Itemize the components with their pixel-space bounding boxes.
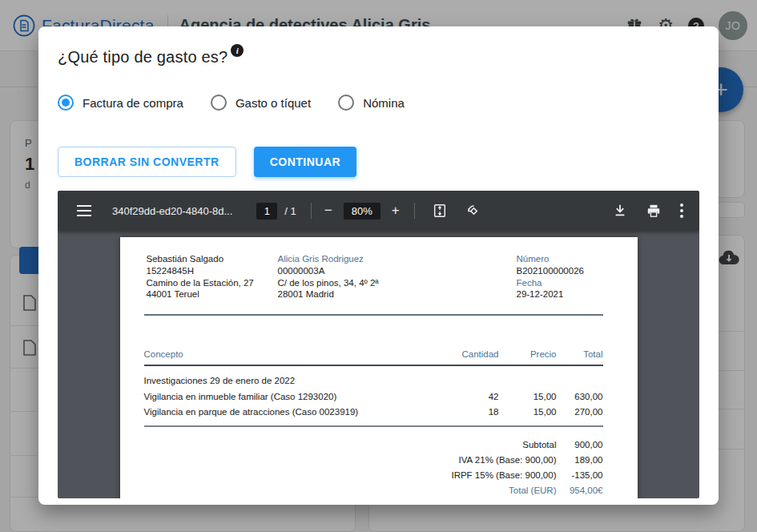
total-value: 189,00 — [574, 455, 602, 465]
info-icon[interactable]: i — [231, 44, 244, 57]
zoom-in-icon[interactable]: + — [392, 203, 400, 219]
invoice-number-value: B202100000026 — [517, 265, 584, 277]
expense-type-options: Factura de compra Gasto o tíquet Nómina — [58, 95, 405, 111]
col-cantidad: Cantidad — [461, 349, 498, 359]
continue-button[interactable]: CONTINUAR — [254, 147, 357, 177]
radio-label: Gasto o tíquet — [236, 96, 311, 110]
menu-icon[interactable] — [77, 205, 91, 216]
toolbar-divider — [414, 203, 415, 219]
pdf-toolbar: 340f29dd-ed20-4840-8d... 1 / 1 − 80% + — [58, 191, 699, 231]
buyer-address-block: Alicia Gris Rodriguez 00000003A C/ de lo… — [278, 253, 379, 300]
totals-row: IRPF 15% (Base: 900,00) -135,00 — [120, 470, 638, 482]
invoice-divider — [144, 314, 603, 316]
total-label: IVA 21% (Base: 900,00) — [459, 455, 557, 465]
table-row: Investigaciones 29 de enero de 2022 — [120, 376, 638, 387]
radio-nomina[interactable]: Nómina — [338, 95, 405, 111]
seller-street: Camino de la Estación, 27 — [147, 277, 254, 289]
buyer-street: C/ de los pinos, 34, 4º 2ª — [278, 277, 379, 289]
row-qty: 42 — [489, 392, 499, 401]
invoice-date-label: Fecha — [517, 277, 584, 289]
invoice-date-value: 29-12-2021 — [517, 288, 584, 300]
totals-divider — [144, 425, 603, 427]
row-price: 15,00 — [534, 407, 557, 417]
buyer-city: 28001 Madrid — [278, 288, 379, 300]
totals-row-final: Total (EUR) 954,00€ — [120, 486, 638, 497]
invoice-number-label: Número — [517, 253, 584, 265]
seller-city: 44001 Teruel — [147, 288, 254, 300]
expense-type-modal: ¿Qué tipo de gasto es? i Factura de comp… — [38, 26, 719, 505]
buyer-name: Alicia Gris Rodriguez — [278, 253, 379, 265]
row-price: 15,00 — [534, 392, 557, 401]
radio-label: Nómina — [363, 96, 405, 110]
table-row: Vigilancia en parque de atracciones (Cas… — [120, 407, 638, 418]
page-count: / 1 — [284, 205, 296, 217]
invoice-table-header: Concepto Cantidad Precio Total — [120, 349, 638, 361]
grand-total-label: Total (EUR) — [509, 486, 556, 495]
modal-title: ¿Qué tipo de gasto es? — [58, 48, 228, 66]
totals-row: IVA 21% (Base: 900,00) 189,00 — [120, 455, 638, 466]
row-concept: Vigilancia en inmueble familiar (Caso 12… — [144, 392, 337, 401]
total-value: 900,00 — [574, 440, 602, 449]
delete-without-convert-button[interactable]: BORRAR SIN CONVERTR — [58, 147, 236, 177]
invoice-page: Sebastián Salgado 15224845H Camino de la… — [120, 237, 638, 498]
grand-total-value: 954,00€ — [570, 486, 603, 495]
radio-unselected-icon — [338, 95, 354, 111]
table-header-underline — [144, 365, 603, 366]
total-label: IRPF 15% (Base: 900,00) — [451, 470, 556, 480]
rotate-icon[interactable] — [466, 204, 481, 219]
col-total: Total — [583, 349, 602, 359]
radio-gasto-o-tiquet[interactable]: Gasto o tíquet — [211, 95, 311, 111]
toolbar-divider — [311, 203, 312, 219]
more-options-icon[interactable] — [680, 204, 683, 218]
row-total: 630,00 — [574, 392, 602, 401]
row-concept: Investigaciones 29 de enero de 2022 — [144, 376, 296, 385]
radio-factura-de-compra[interactable]: Factura de compra — [58, 95, 183, 111]
print-icon[interactable] — [646, 204, 661, 218]
total-label: Subtotal — [522, 440, 556, 449]
seller-tax-id: 15224845H — [147, 265, 254, 277]
pdf-viewer: 340f29dd-ed20-4840-8d... 1 / 1 − 80% + — [58, 191, 699, 498]
table-row: Vigilancia en inmueble familiar (Caso 12… — [120, 392, 638, 403]
zoom-out-icon[interactable]: − — [324, 203, 332, 219]
radio-unselected-icon — [211, 95, 227, 111]
total-value: -135,00 — [571, 470, 602, 480]
invoice-meta-block: Número B202100000026 Fecha 29-12-2021 — [517, 253, 584, 300]
fit-page-icon[interactable] — [433, 204, 447, 218]
page-number-input[interactable]: 1 — [256, 203, 277, 220]
col-concepto: Concepto — [144, 349, 183, 359]
pdf-filename: 340f29dd-ed20-4840-8d... — [112, 205, 232, 217]
row-total: 270,00 — [574, 407, 602, 417]
radio-selected-icon — [58, 95, 74, 111]
download-icon[interactable] — [613, 204, 627, 218]
pdf-canvas-area[interactable]: Sebastián Salgado 15224845H Camino de la… — [58, 231, 699, 498]
seller-address-block: Sebastián Salgado 15224845H Camino de la… — [147, 253, 254, 300]
row-qty: 18 — [489, 407, 499, 417]
buyer-tax-id: 00000003A — [278, 265, 379, 277]
totals-row: Subtotal 900,00 — [120, 440, 638, 451]
radio-label: Factura de compra — [83, 96, 183, 110]
row-concept: Vigilancia en parque de atracciones (Cas… — [144, 407, 359, 417]
col-precio: Precio — [530, 349, 557, 359]
zoom-level[interactable]: 80% — [344, 203, 381, 220]
seller-name: Sebastián Salgado — [147, 253, 254, 265]
